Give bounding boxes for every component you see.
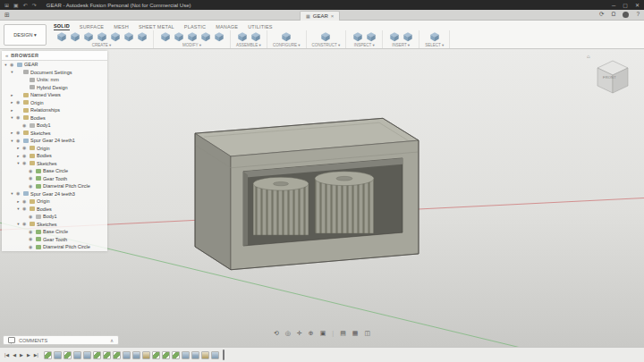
construction-plane-tool[interactable] <box>320 31 332 42</box>
twisty-icon[interactable]: ▾ <box>10 191 14 196</box>
combine-tool[interactable] <box>199 31 211 42</box>
new-component-tool[interactable] <box>55 31 67 42</box>
browser-row[interactable]: ▸◉Origin <box>2 198 107 206</box>
redo-icon[interactable]: ↷ <box>32 3 37 8</box>
change-parameters-tool[interactable] <box>213 31 225 42</box>
browser-row[interactable]: Units: mm <box>2 76 107 84</box>
visibility-eye-icon[interactable]: ◉ <box>22 206 28 211</box>
ribbon-tab-surface[interactable]: SURFACE <box>80 24 104 30</box>
browser-row[interactable]: ◉Base Circle <box>2 167 107 175</box>
step-forward-button[interactable]: ▶ <box>27 353 30 358</box>
timeline-feature-sketch[interactable] <box>103 351 111 359</box>
visibility-eye-icon[interactable]: ◉ <box>29 230 34 234</box>
help-icon[interactable]: ? <box>636 12 640 18</box>
configuration-tool[interactable] <box>281 31 292 42</box>
primitive-box-tool[interactable] <box>136 31 148 42</box>
browser-row[interactable]: ▾◉Spur Gear 24 teeth1 <box>2 137 107 145</box>
gearbox-body[interactable] <box>195 118 419 269</box>
twisty-icon[interactable]: ▸ <box>16 199 21 204</box>
fillet-tool[interactable] <box>173 31 184 42</box>
twisty-icon[interactable]: ▸ <box>10 130 14 135</box>
timeline-feature-sketch[interactable] <box>93 351 101 359</box>
display-settings-icon[interactable]: ▤ <box>340 330 346 336</box>
job-status-icon[interactable]: ⟳ <box>599 12 604 18</box>
browser-row[interactable]: ▸◉Bodies <box>2 152 107 160</box>
timeline-feature-sketch[interactable] <box>162 351 170 359</box>
undo-icon[interactable]: ↶ <box>23 3 28 8</box>
spur-gear-left[interactable] <box>253 177 309 235</box>
browser-row[interactable]: ▸◉Origin <box>2 145 107 153</box>
visibility-eye-icon[interactable]: ◉ <box>22 161 28 165</box>
ribbon-group-label-create[interactable]: CREATE ▾ <box>92 43 111 47</box>
step-back-button[interactable]: ◀ <box>13 353 16 358</box>
twisty-icon[interactable]: ▸ <box>10 100 14 105</box>
twisty-icon[interactable]: ▾ <box>16 161 21 165</box>
browser-row[interactable]: ▾◉Bodies <box>2 206 107 214</box>
joint-tool[interactable] <box>250 31 261 42</box>
visibility-eye-icon[interactable]: ◉ <box>16 139 21 143</box>
orbit-icon[interactable]: ⟲ <box>274 330 279 336</box>
notifications-icon[interactable]: Ω <box>612 12 616 18</box>
ribbon-group-label-construct[interactable]: CONSTRUCT ▾ <box>312 43 341 47</box>
zoom-icon[interactable]: ⊕ <box>309 330 314 336</box>
viewports-icon[interactable]: ◫ <box>364 330 370 336</box>
insert-derive-tool[interactable] <box>388 31 400 42</box>
timeline-feature-extrude[interactable] <box>83 351 91 359</box>
browser-row[interactable]: ◉Gear Tooth <box>2 175 107 183</box>
ribbon-group-label-insert[interactable]: INSERT ▾ <box>392 43 410 47</box>
visibility-eye-icon[interactable]: ◉ <box>16 191 21 196</box>
timeline-feature-extrude[interactable] <box>54 351 62 359</box>
timeline-feature-sketch[interactable] <box>113 351 121 359</box>
view-cube[interactable]: ⌂ FRONT <box>587 54 637 100</box>
timeline-feature-pattern[interactable] <box>191 351 199 359</box>
assemble-new-component-tool[interactable] <box>236 31 248 42</box>
visibility-eye-icon[interactable]: ◉ <box>29 245 34 249</box>
ribbon-group-label-assemble[interactable]: ASSEMBLE ▾ <box>236 43 261 47</box>
ribbon-tab-mesh[interactable]: MESH <box>114 24 129 30</box>
maximize-button[interactable]: ▢ <box>623 3 628 8</box>
spur-gear-right[interactable] <box>315 172 374 233</box>
app-menu-icon[interactable]: ⊞ <box>4 3 9 8</box>
timeline-feature-extrude[interactable] <box>211 351 219 359</box>
browser-row[interactable]: ▾◉Bodies <box>2 114 107 122</box>
ribbon-group-label-inspect[interactable]: INSPECT ▾ <box>354 43 375 47</box>
browser-row[interactable]: ▾◉Sketches <box>2 160 107 168</box>
visibility-eye-icon[interactable]: ◉ <box>29 184 34 189</box>
shell-tool[interactable] <box>186 31 198 42</box>
sweep-tool[interactable] <box>109 31 121 42</box>
ribbon-group-label-select[interactable]: SELECT ▾ <box>425 43 444 47</box>
twisty-icon[interactable]: ▾ <box>4 63 8 67</box>
visibility-eye-icon[interactable]: ◉ <box>22 146 28 150</box>
timeline-feature-extrude[interactable] <box>73 351 81 359</box>
browser-row[interactable]: ▸Relationships <box>2 106 107 114</box>
browser-row[interactable]: ▸◉Origin <box>2 99 107 107</box>
measure-tool[interactable] <box>352 31 363 42</box>
twisty-icon[interactable]: ▾ <box>10 139 14 143</box>
model-left-face[interactable] <box>195 133 231 270</box>
insert-mesh-tool[interactable] <box>402 31 413 42</box>
ribbon-tab-sheet-metal[interactable]: SHEET METAL <box>139 24 174 30</box>
browser-row[interactable]: ▾◉GEAR <box>2 61 107 69</box>
visibility-eye-icon[interactable]: ◉ <box>29 176 34 181</box>
twisty-icon[interactable]: ▸ <box>10 108 14 113</box>
visibility-eye-icon[interactable]: ◉ <box>16 115 21 120</box>
doc-tab-close-icon[interactable]: × <box>331 13 335 19</box>
timeline-playhead[interactable] <box>223 349 225 360</box>
section-analysis-tool[interactable] <box>365 31 377 42</box>
twisty-icon[interactable]: ▸ <box>10 93 14 97</box>
viewport-3d[interactable]: « BROWSER ▾◉GEAR▾Document SettingsUnits:… <box>0 49 644 347</box>
ribbon-tab-manage[interactable]: MANAGE <box>216 24 238 30</box>
select-tool[interactable] <box>428 31 440 42</box>
timeline-feature-extrude[interactable] <box>182 351 190 359</box>
fit-icon[interactable]: ▣ <box>320 330 326 336</box>
visibility-eye-icon[interactable]: ◉ <box>10 63 15 67</box>
browser-row[interactable]: ◉Diametral Pitch Circle <box>2 182 107 190</box>
browser-row[interactable]: ◉Base Circle <box>2 228 107 236</box>
timeline-feature-sketch[interactable] <box>152 351 160 359</box>
press-pull-tool[interactable] <box>159 31 171 42</box>
minimize-button[interactable]: ─ <box>612 3 615 8</box>
timeline-feature-extrude[interactable] <box>123 351 131 359</box>
visibility-eye-icon[interactable]: ◉ <box>16 130 21 135</box>
browser-row[interactable]: ◉Body1 <box>2 213 107 221</box>
twisty-icon[interactable]: ▾ <box>10 115 14 120</box>
